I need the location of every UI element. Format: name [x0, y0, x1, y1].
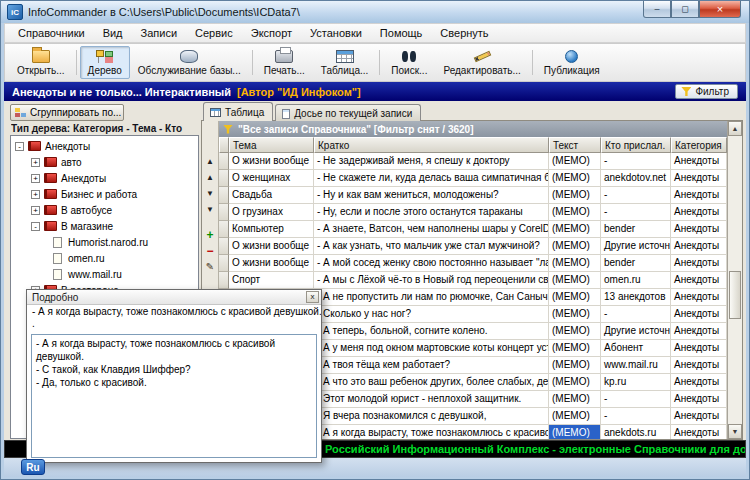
popup-close-button[interactable]: х — [306, 291, 319, 303]
cell-kategoria[interactable]: Анекдоты — [671, 204, 727, 221]
table-row[interactable]: О жизни вообще - Не задерживай меня, я с… — [219, 153, 727, 170]
first-record-button[interactable]: ▲ — [203, 155, 218, 168]
tree-item[interactable]: + Бизнес и работа — [11, 186, 198, 202]
cell-text[interactable]: (MEMO) — [549, 170, 601, 187]
table-row[interactable]: Спорт - А мы с Лёхой чё-то в Новый год п… — [219, 272, 727, 289]
cell-text[interactable]: (MEMO) — [549, 255, 601, 272]
cell-text[interactable]: (MEMO) — [549, 204, 601, 221]
scrollbar-thumb[interactable] — [729, 271, 741, 319]
cell-kto-prislal[interactable]: - — [601, 391, 671, 408]
column-header[interactable]: Категория — [671, 137, 727, 153]
cell-kto-prislal[interactable]: - — [601, 204, 671, 221]
cell-tema[interactable]: Компьютер — [229, 221, 314, 238]
cell-kto-prislal[interactable]: - — [601, 306, 671, 323]
group-by-button[interactable]: Сгруппировать по... — [10, 104, 124, 121]
maximize-button[interactable]: ◻ — [671, 1, 699, 18]
cell-kategoria[interactable]: Анекдоты — [671, 425, 727, 439]
scroll-down-icon[interactable]: ▼ — [728, 424, 742, 439]
cell-text[interactable]: (MEMO) — [549, 221, 601, 238]
table-row[interactable]: Свадьба - Ну и как вам жениться, молодож… — [219, 187, 727, 204]
edit-button[interactable]: Редактировать... — [435, 46, 528, 79]
tree-expand-icon[interactable]: - — [15, 142, 24, 151]
publish-button[interactable]: Публикация — [536, 46, 608, 79]
cell-text[interactable]: (MEMO) — [549, 374, 601, 391]
cell-text[interactable]: (MEMO) — [549, 391, 601, 408]
close-button[interactable]: × — [699, 1, 741, 18]
table-row[interactable]: О жизни вообще - А как узнать, что мальч… — [219, 238, 727, 255]
tree-item[interactable]: omen.ru — [11, 250, 198, 266]
cell-kto-prislal[interactable]: kp.ru — [601, 374, 671, 391]
cell-kategoria[interactable]: Анекдоты — [671, 170, 727, 187]
print-button[interactable]: Печать... — [256, 46, 313, 79]
table-row[interactable]: О жизни вообще - А мой сосед женку свою … — [219, 255, 727, 272]
cell-kto-prislal[interactable]: omen.ru — [601, 272, 671, 289]
cell-text[interactable]: (MEMO) — [549, 425, 601, 439]
title-bar[interactable]: iC InfoCommander в C:\Users\Public\Docum… — [1, 1, 749, 23]
cell-kategoria[interactable]: Анекдоты — [671, 374, 727, 391]
menu-spravochniki[interactable]: Справочники — [9, 25, 94, 41]
cell-kategoria[interactable]: Анекдоты — [671, 289, 727, 306]
table-row[interactable]: О грузинах - Ну, если и после этого оста… — [219, 204, 727, 221]
cell-kategoria[interactable]: Анекдоты — [671, 272, 727, 289]
cell-kategoria[interactable]: Анекдоты — [671, 153, 727, 170]
cell-kratko[interactable]: - А знаете, Ватсон, чем наполнены шары у… — [314, 221, 549, 238]
cell-kto-prislal[interactable]: Другие источн — [601, 323, 671, 340]
menu-vid[interactable]: Вид — [94, 25, 132, 41]
tree-item[interactable]: www.mail.ru — [11, 266, 198, 282]
cell-kto-prislal[interactable]: www.mail.ru — [601, 357, 671, 374]
next-record-button[interactable]: ▼ — [203, 187, 218, 200]
edit-record-button[interactable]: ✎ — [203, 260, 218, 273]
column-header[interactable]: Кто прислал. — [601, 137, 671, 153]
cell-kratko[interactable]: - А я когда вырасту, тоже познакомлюсь с… — [314, 425, 549, 439]
tree-item[interactable]: + В автобусе — [11, 202, 198, 218]
prior-record-button[interactable]: ▲ — [203, 171, 218, 184]
cell-text[interactable]: (MEMO) — [549, 408, 601, 425]
open-button[interactable]: Открыть... — [9, 46, 73, 79]
menu-zapisi[interactable]: Записи — [132, 25, 187, 41]
cell-kto-prislal[interactable]: - — [601, 187, 671, 204]
cell-kratko[interactable]: - Не задерживай меня, я спешу к доктору — [314, 153, 549, 170]
scroll-up-icon[interactable]: ▲ — [728, 121, 742, 136]
cell-tema[interactable]: О грузинах — [229, 204, 314, 221]
tree-item[interactable]: + Анекдоты — [11, 170, 198, 186]
db-maintenance-button[interactable]: Обслуживание базы... — [130, 46, 249, 79]
column-header[interactable]: Кратко — [314, 137, 549, 153]
cell-kategoria[interactable]: Анекдоты — [671, 255, 727, 272]
cell-text[interactable]: (MEMO) — [549, 340, 601, 357]
cell-text[interactable]: (MEMO) — [549, 306, 601, 323]
cell-kto-prislal[interactable]: bender — [601, 221, 671, 238]
cell-kratko[interactable]: - Не скажете ли, куда делась ваша симпат… — [314, 170, 549, 187]
cell-kratko[interactable]: - Сколько у нас ног? — [314, 306, 549, 323]
cell-kto-prislal[interactable]: bender — [601, 255, 671, 272]
cell-kto-prislal[interactable]: - — [601, 153, 671, 170]
cell-kategoria[interactable]: Анекдоты — [671, 238, 727, 255]
tree-item[interactable]: Humorist.narod.ru — [11, 234, 198, 250]
table-row[interactable]: Компьютер - А знаете, Ватсон, чем наполн… — [219, 221, 727, 238]
cell-kategoria[interactable]: Анекдоты — [671, 357, 727, 374]
tab-dossier[interactable]: Досье по текущей записи — [275, 104, 421, 121]
tree-expand-icon[interactable]: + — [31, 174, 40, 183]
search-button[interactable]: Поиск... — [383, 46, 435, 79]
tree-expand-icon[interactable]: + — [31, 158, 40, 167]
cell-kategoria[interactable]: Анекдоты — [671, 391, 727, 408]
tree-item[interactable]: - Анекдоты — [11, 138, 198, 154]
menu-pomosch[interactable]: Помощь — [371, 25, 432, 41]
tree-expand-icon[interactable]: + — [31, 190, 40, 199]
cell-tema[interactable]: О женщинах — [229, 170, 314, 187]
cell-text[interactable]: (MEMO) — [549, 323, 601, 340]
filter-button[interactable]: Фильтр — [675, 84, 738, 99]
vertical-scrollbar[interactable]: ▲ ▼ — [727, 121, 742, 439]
table-row[interactable]: О женщинах - Не скажете ли, куда делась … — [219, 170, 727, 187]
cell-kategoria[interactable]: Анекдоты — [671, 323, 727, 340]
tree-expand-icon[interactable]: - — [31, 222, 40, 231]
cell-kratko[interactable]: - Я вчера познакомился с девушкой, — [314, 408, 549, 425]
tree-expand-icon[interactable]: + — [31, 206, 40, 215]
cell-text[interactable]: (MEMO) — [549, 272, 601, 289]
cell-kratko[interactable]: - А твоя тёща кем работает? — [314, 357, 549, 374]
tree-item[interactable]: + авто — [11, 154, 198, 170]
table-button[interactable]: Таблица... — [313, 46, 377, 79]
cell-text[interactable]: (MEMO) — [549, 238, 601, 255]
cell-kategoria[interactable]: Анекдоты — [671, 408, 727, 425]
cell-kto-prislal[interactable]: - — [601, 408, 671, 425]
cell-kratko[interactable]: - А у меня под окном мартовские коты кон… — [314, 340, 549, 357]
